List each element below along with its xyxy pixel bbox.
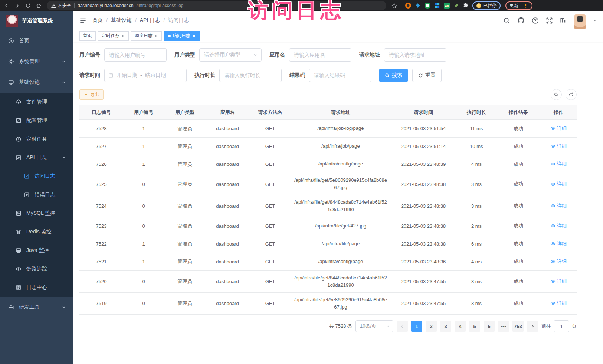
- prev-page-button[interactable]: [397, 321, 408, 332]
- address-bar[interactable]: 不安全 dashboard.yudao.iocoder.cn/infra/log…: [47, 1, 386, 10]
- detail-link[interactable]: 详细: [550, 203, 567, 209]
- start-date-placeholder: 开始日期: [117, 72, 137, 79]
- pager-page-button[interactable]: 5: [469, 321, 480, 332]
- breadcrumb-item[interactable]: API 日志: [140, 17, 160, 24]
- pager-page-button[interactable]: 753: [512, 321, 524, 332]
- sidebar-item-java[interactable]: Java 监控: [0, 241, 73, 260]
- extension-leaf-icon[interactable]: [454, 3, 459, 8]
- goto-page-input[interactable]: [554, 320, 569, 332]
- tab-item[interactable]: 定时任务: [98, 31, 129, 41]
- api-log-icon: [16, 155, 22, 161]
- extension-puzzle-icon[interactable]: [463, 3, 468, 8]
- extension-orange-icon[interactable]: [405, 3, 411, 9]
- tab-item[interactable]: 调度日志: [131, 31, 162, 41]
- detail-link[interactable]: 详细: [550, 278, 567, 285]
- sidebar-item-access-log[interactable]: 访问日志: [0, 167, 73, 186]
- user-id-input[interactable]: [104, 48, 167, 62]
- close-icon[interactable]: [121, 34, 125, 38]
- sidebar-item-gear[interactable]: 系统管理: [0, 51, 73, 72]
- request-url-input[interactable]: [384, 48, 446, 62]
- tab-item[interactable]: 首页: [79, 31, 96, 41]
- pager-ellipsis[interactable]: •••: [498, 321, 509, 332]
- close-icon[interactable]: [192, 34, 196, 38]
- hamburger-icon[interactable]: [79, 17, 86, 24]
- cell-method: GET: [249, 253, 291, 270]
- breadcrumb-item[interactable]: 基础设施: [111, 17, 132, 24]
- sidebar-item-config[interactable]: 配置管理: [0, 111, 73, 130]
- bookmark-star-icon[interactable]: [391, 3, 397, 9]
- search-icon[interactable]: [503, 17, 510, 24]
- help-icon[interactable]: [532, 17, 539, 24]
- sidebar-item-infra[interactable]: 基础设施: [0, 72, 73, 93]
- breadcrumb-item[interactable]: 访问日志: [168, 17, 189, 24]
- search-button[interactable]: 搜索: [379, 69, 408, 82]
- app-name-input[interactable]: [289, 48, 351, 62]
- extension-an-badge-icon[interactable]: an: [444, 3, 450, 9]
- cell-method: GET: [249, 173, 291, 195]
- extension-diamond-icon[interactable]: [415, 3, 420, 8]
- cell-duration: 4 ms: [456, 253, 497, 270]
- detail-link[interactable]: 详细: [550, 125, 567, 132]
- sidebar-item-redis[interactable]: Redis 监控: [0, 223, 73, 241]
- sidebar-item-error-log[interactable]: 错误日志: [0, 186, 73, 204]
- caret-down-icon[interactable]: [593, 18, 597, 23]
- export-button[interactable]: 导出: [79, 89, 104, 100]
- duration-input[interactable]: [219, 69, 282, 82]
- github-icon[interactable]: [517, 17, 525, 24]
- user-avatar[interactable]: [574, 14, 586, 29]
- pager-page-button[interactable]: 2: [426, 321, 437, 332]
- sidebar-item-log-center[interactable]: 日志中心: [0, 278, 73, 297]
- table-search-toggle-button[interactable]: [551, 89, 562, 100]
- kebab-menu-icon[interactable]: ⋮: [523, 3, 528, 9]
- forward-icon[interactable]: [14, 3, 20, 9]
- total-count: 共 7528 条: [329, 323, 352, 329]
- sidebar-item-dashboard[interactable]: 首页: [0, 30, 73, 51]
- paused-badge[interactable]: 已暂停: [472, 1, 501, 10]
- chevron-down-icon: [253, 53, 258, 57]
- sidebar-item-label: 研发工具: [19, 304, 40, 311]
- font-size-icon[interactable]: [560, 17, 567, 24]
- user-type-select[interactable]: 请选择用户类型: [199, 48, 262, 62]
- next-page-button[interactable]: [527, 321, 538, 332]
- cell-result: 成功: [497, 173, 540, 195]
- sidebar-item-label: 文件管理: [26, 99, 47, 105]
- extension-green-circle-icon[interactable]: [425, 3, 430, 9]
- detail-link[interactable]: 详细: [550, 181, 567, 187]
- detail-link[interactable]: 详细: [550, 161, 567, 167]
- detail-link[interactable]: 详细: [550, 240, 567, 247]
- extension-blue-cluster-icon[interactable]: [435, 3, 440, 8]
- close-icon[interactable]: [154, 34, 158, 38]
- detail-link[interactable]: 详细: [550, 143, 567, 150]
- table-row: 75190管理员dashboardGET/api/infra/file/get/…: [79, 292, 577, 314]
- sidebar-item-mysql[interactable]: MySQL 监控: [0, 204, 73, 223]
- update-button[interactable]: 更新 ⋮: [505, 1, 532, 10]
- cell-user_type: 管理员: [164, 195, 206, 217]
- pager-page-button[interactable]: 4: [455, 321, 466, 332]
- sidebar-item-timer[interactable]: 定时任务: [0, 130, 73, 148]
- sidebar-item-api-log[interactable]: API 日志: [0, 148, 73, 167]
- sidebar-logo[interactable]: 芋道管理系统: [0, 11, 73, 30]
- result-code-input[interactable]: [309, 69, 371, 82]
- detail-link[interactable]: 详细: [550, 223, 567, 229]
- back-icon[interactable]: [4, 3, 9, 9]
- home-icon[interactable]: [36, 3, 42, 9]
- detail-link[interactable]: 详细: [550, 300, 567, 306]
- pager-page-button[interactable]: 1: [411, 321, 422, 332]
- detail-link[interactable]: 详细: [550, 258, 567, 265]
- goto-unit: 页: [572, 323, 577, 329]
- pager-page-button[interactable]: 6: [484, 321, 495, 332]
- reload-icon[interactable]: [25, 3, 31, 9]
- request-time-range-picker[interactable]: 开始日期 - 结束日期: [104, 69, 187, 82]
- sidebar-item-tools[interactable]: 研发工具: [0, 297, 73, 318]
- page-size-select[interactable]: 10条/页: [355, 320, 393, 332]
- pager-page-button[interactable]: 3: [440, 321, 451, 332]
- sidebar-item-trace[interactable]: 链路追踪: [0, 260, 73, 278]
- sidebar-item-cloud-upload[interactable]: 文件管理: [0, 93, 73, 111]
- breadcrumb-item[interactable]: 首页: [92, 17, 103, 24]
- sidebar-item-label: 首页: [19, 37, 29, 44]
- table-refresh-button[interactable]: [566, 89, 577, 100]
- column-header: 请求时间: [390, 105, 456, 120]
- fullscreen-icon[interactable]: [546, 17, 553, 24]
- reset-button[interactable]: 重置: [412, 69, 442, 82]
- tab-active[interactable]: 访问日志: [164, 31, 200, 41]
